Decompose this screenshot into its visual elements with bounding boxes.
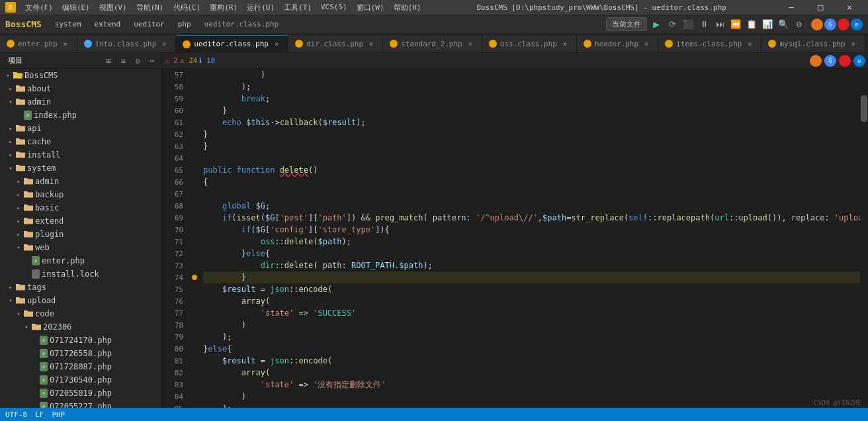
tab-enterphp[interactable]: enter.php× (0, 35, 77, 52)
tree-arrow (21, 269, 32, 279)
pause-button[interactable]: ⏸ (697, 18, 711, 31)
tab-ossclass.php[interactable]: oss.class.php× (482, 35, 577, 52)
browser-icon-4[interactable]: e (851, 19, 863, 30)
tab-close-btn[interactable]: × (367, 39, 376, 48)
tab-itemsclass.php[interactable]: items.class.php× (658, 35, 761, 52)
menu-item-U[interactable]: 运行(U) (243, 1, 279, 14)
tab-standard_2php[interactable]: standard_2.php× (383, 35, 482, 52)
tab-close-btn[interactable]: × (61, 39, 70, 48)
tree-item-071730540php[interactable]: P071730540.php (0, 373, 161, 387)
maximize-button[interactable]: □ (807, 0, 834, 15)
tab-icon (489, 40, 497, 48)
menu-item-V[interactable]: 视图(V) (95, 1, 131, 14)
editor-bar-btn-4[interactable]: e (853, 55, 865, 67)
run-button[interactable]: ▶ (650, 18, 663, 31)
tree-item-installlock[interactable]: install.lock (0, 267, 161, 281)
tree-item-plugin[interactable]: ▸plugin (0, 228, 161, 241)
tree-item-upload[interactable]: ▾upload (0, 294, 161, 307)
minimize-button[interactable]: − (778, 0, 804, 15)
menu-item-C[interactable]: 代码(C) (169, 1, 205, 14)
tree-item-enterphp[interactable]: Penter.php (0, 254, 161, 267)
tree-item-tags[interactable]: ▸tags (0, 281, 161, 294)
status-language[interactable]: PHP (52, 410, 65, 419)
ide-nav-extend[interactable]: extend (89, 19, 126, 30)
tree-item-cache[interactable]: ▸cache (0, 135, 161, 148)
tree-item-backup[interactable]: ▸backup (0, 188, 161, 201)
sidebar-tool-collapse[interactable]: ≡ (116, 54, 130, 68)
browser-icon-1[interactable] (811, 19, 823, 30)
tree-item-api[interactable]: ▸api (0, 122, 161, 135)
browser-icon-3[interactable] (838, 19, 849, 30)
tab-close-btn[interactable]: × (272, 40, 281, 49)
tree-item-indexphp[interactable]: Pindex.php (0, 109, 161, 122)
sidebar-tool-more[interactable]: ⋯ (146, 54, 159, 68)
tab-close-btn[interactable]: × (159, 39, 169, 48)
menu-item-R[interactable]: 重构(R) (206, 1, 241, 14)
tab-close-btn[interactable]: × (642, 39, 651, 48)
scrollbar[interactable] (860, 69, 868, 421)
editor-bar-btn-2[interactable]: G (824, 55, 836, 67)
tree-item-basic[interactable]: ▸basic (0, 201, 161, 214)
stop-button[interactable]: ⬛ (681, 18, 695, 31)
line-number: 70 (162, 224, 183, 236)
folder-icon (16, 97, 25, 107)
sidebar-tool-settings[interactable]: ⚙ (131, 54, 144, 68)
tree-item-install[interactable]: ▸install (0, 148, 161, 162)
settings-icon[interactable]: ⚙ (793, 18, 806, 31)
profiler-button[interactable]: 📊 (761, 18, 774, 31)
tab-headerphp[interactable]: header.php× (577, 35, 658, 52)
step-back-button[interactable]: ⏪ (729, 18, 742, 31)
menu-item-VCSS[interactable]: VCS(S) (317, 1, 351, 14)
browser-icon-2[interactable]: G (824, 19, 836, 30)
ide-nav-system[interactable]: system (50, 19, 87, 30)
code-line (203, 188, 860, 200)
sidebar-tool-expand[interactable]: ⊞ (102, 54, 115, 68)
tab-close-btn[interactable]: × (560, 39, 570, 48)
menu-item-H[interactable]: 帮助(H) (390, 1, 425, 14)
tab-mysqlclass.php[interactable]: mysql.class.php× (761, 35, 865, 52)
folder-icon (24, 203, 33, 212)
tab-close-btn[interactable]: × (745, 39, 754, 48)
tree-item-admin[interactable]: ▸admin (0, 175, 161, 188)
line-number: 83 (162, 379, 183, 391)
search-icon[interactable]: 🔍 (777, 18, 790, 31)
tree-item-071724170php[interactable]: P071724170.php (0, 334, 161, 347)
ide-nav-php[interactable]: php (173, 19, 196, 30)
menu-item-N[interactable]: 导航(N) (132, 1, 168, 14)
tree-item-web[interactable]: ▾web (0, 241, 161, 254)
watermark: CSDN @YINZHE (814, 399, 861, 406)
tree-item-admin[interactable]: ▾admin (0, 95, 161, 109)
menu-item-T[interactable]: 工具(T) (280, 1, 316, 14)
reload-button[interactable]: ⟳ (666, 18, 679, 31)
tree-item-code[interactable]: ▾code (0, 307, 161, 320)
tree-item-202306[interactable]: ▾202306 (0, 320, 161, 334)
folder-icon (13, 71, 22, 80)
sidebar: 项目 ⊞ ≡ ⚙ ⋯ ▾BossCMS▸about▾adminPindex.ph… (0, 53, 162, 421)
tree-item-system[interactable]: ▾system (0, 162, 161, 175)
tab-ueditorclass.php[interactable]: ueditor.class.php× (176, 35, 288, 52)
tree-item-about[interactable]: ▸about (0, 82, 161, 95)
current-file-button[interactable]: 当前文件 (606, 17, 647, 31)
step-over-button[interactable]: ⏭ (713, 18, 726, 31)
tab-close-btn[interactable]: × (849, 39, 858, 48)
menu-item-W[interactable]: 窗口(W) (353, 1, 388, 14)
tree-item-extend[interactable]: ▸extend (0, 214, 161, 228)
tree-item-071728087php[interactable]: P071728087.php (0, 360, 161, 373)
tree-item-BossCMS[interactable]: ▾BossCMS (0, 69, 161, 82)
tab-intoclass.php[interactable]: into.class.php× (77, 35, 177, 52)
editor-bar-btn-3[interactable] (839, 55, 851, 67)
menu-item-E[interactable]: 编辑(E) (58, 1, 94, 14)
folder-icon (24, 216, 33, 226)
close-button[interactable]: × (836, 0, 863, 15)
status-encoding[interactable]: UTF-8 (5, 410, 27, 419)
menu-item-F[interactable]: 文件(F) (21, 1, 57, 14)
status-line-ending[interactable]: LF (35, 410, 44, 419)
tab-dirclass.php[interactable]: dir.class.php× (288, 35, 383, 52)
ide-nav-ueditor[interactable]: ueditor (128, 19, 169, 30)
tree-item-072055019php[interactable]: P072055019.php (0, 387, 161, 400)
editor-bar-btn-1[interactable] (810, 55, 822, 67)
tab-close-btn[interactable]: × (466, 39, 475, 48)
coverage-button[interactable]: 📋 (745, 18, 758, 31)
code-area[interactable]: ) ); break; } echo $this->callback($resu… (200, 69, 860, 421)
tree-item-071726558php[interactable]: P071726558.php (0, 347, 161, 360)
